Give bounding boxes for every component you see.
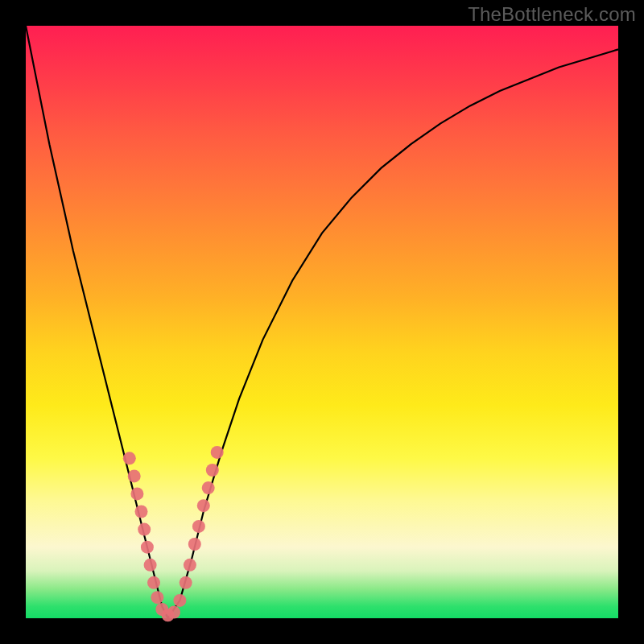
sample-point <box>141 541 154 554</box>
plot-area <box>26 26 618 618</box>
curve-layer <box>26 26 618 618</box>
sample-point <box>192 520 205 533</box>
sample-point <box>123 452 136 464</box>
sample-point <box>128 469 141 482</box>
sample-point <box>180 576 192 589</box>
sample-point <box>197 499 210 512</box>
sample-point <box>135 506 148 518</box>
sample-point <box>173 594 186 607</box>
sample-point <box>167 606 180 619</box>
sample-point <box>188 538 201 551</box>
sample-point <box>144 559 157 572</box>
sample-point <box>147 576 160 589</box>
sample-point <box>130 487 143 500</box>
sample-point <box>184 559 196 572</box>
marker-layer <box>123 446 224 621</box>
sample-point <box>151 591 163 604</box>
sample-point <box>202 481 215 494</box>
sample-point <box>138 523 151 536</box>
sample-point <box>211 446 224 459</box>
bottleneck-curve <box>26 26 618 618</box>
chart-frame: TheBottleneck.com <box>0 0 644 644</box>
sample-point <box>206 464 219 477</box>
watermark-text: TheBottleneck.com <box>468 3 636 26</box>
chart-svg <box>26 26 618 618</box>
